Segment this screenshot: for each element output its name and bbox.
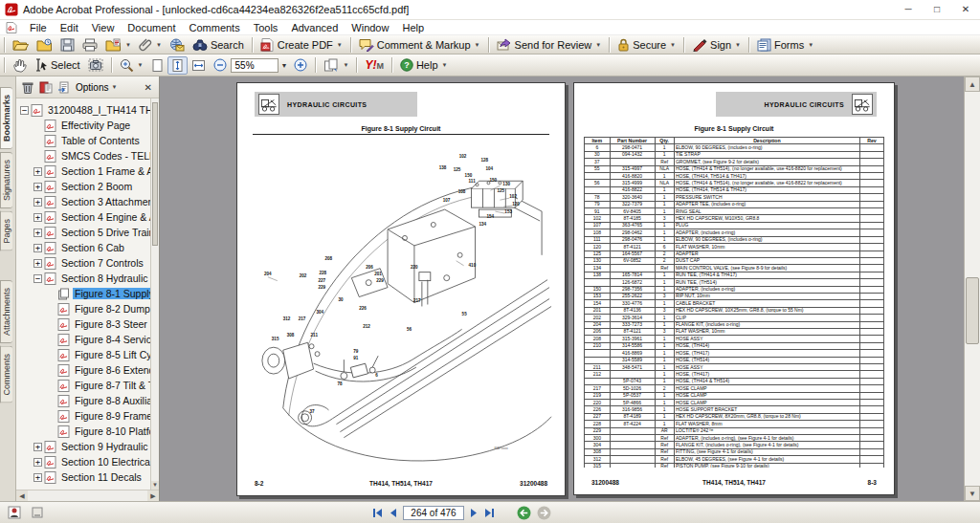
panel-vertical-scrollbar[interactable]: ▼ bbox=[150, 98, 159, 490]
attach-button[interactable]: ▼ bbox=[135, 36, 166, 54]
sign-button[interactable]: Sign▼ bbox=[688, 36, 745, 54]
menu-comments[interactable]: Comments bbox=[183, 22, 247, 33]
expand-icon[interactable]: + bbox=[33, 213, 42, 222]
bookmark-item[interactable]: Figure 8-6 Extend bbox=[18, 362, 159, 378]
bookmark-label[interactable]: Section 3 Attachmen bbox=[59, 196, 155, 207]
previous-view-button[interactable] bbox=[517, 506, 531, 520]
forms-button[interactable]: Forms▼ bbox=[753, 36, 817, 54]
fit-page-button[interactable] bbox=[167, 56, 188, 75]
expand-icon[interactable]: + bbox=[33, 183, 42, 191]
bookmark-item[interactable]: Figure 8-3 Steer S bbox=[18, 316, 159, 332]
minimize-button[interactable]: ─ bbox=[894, 0, 923, 19]
bookmark-item[interactable]: +Section 4 Engine & A bbox=[18, 209, 159, 225]
menu-document[interactable]: Document bbox=[121, 22, 182, 33]
bookmark-item[interactable]: +Section 9 Hydraulic bbox=[18, 439, 159, 454]
bookmark-item[interactable]: +Section 5 Drive Train bbox=[18, 225, 159, 240]
bookmark-label[interactable]: Section 9 Hydraulic bbox=[59, 441, 149, 452]
bookmark-label[interactable]: Figure 8-10 Platfo bbox=[73, 425, 156, 437]
page-display-button[interactable]: ▼ bbox=[320, 56, 352, 75]
bookmark-label[interactable]: Section 7 Controls bbox=[59, 257, 145, 269]
send-for-review-button[interactable]: Send for Review▼ bbox=[493, 36, 606, 54]
goto-bookmark-icon[interactable] bbox=[57, 81, 71, 94]
nav-tab-signatures[interactable]: Signatures bbox=[0, 152, 12, 208]
panel-scroll-left-arrow[interactable]: ◀ bbox=[16, 490, 28, 501]
bookmark-label[interactable]: Effectivity Page bbox=[59, 120, 132, 131]
maximize-button[interactable]: □ bbox=[923, 0, 951, 19]
page-layout-status-icon[interactable] bbox=[31, 506, 44, 519]
bookmark-label[interactable]: Table of Contents bbox=[59, 135, 142, 146]
bookmark-label[interactable]: Figure 8-7 Tilt & T bbox=[73, 380, 156, 391]
bookmark-item[interactable]: Effectivity Page bbox=[18, 118, 159, 133]
bookmark-item[interactable]: +Section 6 Cab bbox=[18, 240, 159, 255]
comment-markup-button[interactable]: Comment & Markup▼ bbox=[355, 36, 484, 54]
collapse-icon[interactable]: − bbox=[20, 106, 29, 115]
panel-horizontal-scrollbar[interactable]: ◀ ▶ bbox=[16, 490, 159, 501]
bookmark-label[interactable]: Figure 8-6 Extend bbox=[73, 364, 156, 376]
document-scrollbar-thumb[interactable] bbox=[966, 277, 979, 344]
bookmark-label[interactable]: SMCS Codes - TELE bbox=[59, 150, 158, 162]
bookmark-item[interactable]: Figure 8-10 Platfo bbox=[18, 424, 159, 439]
scroll-up-arrow[interactable]: ▲ bbox=[965, 76, 980, 92]
bookmark-item[interactable]: +Section 3 Attachmen bbox=[18, 194, 159, 209]
organizer-button[interactable] bbox=[33, 36, 56, 54]
collapse-icon[interactable]: − bbox=[33, 274, 42, 283]
menu-help[interactable]: Help bbox=[395, 22, 431, 33]
bookmark-label[interactable]: Figure 8-2 Dump bbox=[73, 303, 152, 315]
bookmark-label[interactable]: Section 10 Electrica bbox=[59, 456, 152, 468]
expand-icon[interactable]: + bbox=[33, 443, 42, 451]
bookmark-label[interactable]: Section 4 Engine & A bbox=[59, 211, 158, 223]
bookmark-item[interactable]: +Section 2 Boom bbox=[18, 179, 159, 194]
last-page-button[interactable] bbox=[484, 508, 496, 518]
fit-width-button[interactable] bbox=[188, 56, 210, 75]
menu-advanced[interactable]: Advanced bbox=[284, 22, 345, 33]
bookmark-label[interactable]: 31200488_I_TH414 TH5 bbox=[46, 104, 159, 116]
bookmark-item[interactable]: Figure 8-9 Frame bbox=[18, 408, 159, 424]
bookmark-item[interactable]: Figure 8-2 Dump bbox=[18, 301, 159, 316]
panel-scroll-down-arrow[interactable]: ▼ bbox=[151, 481, 159, 490]
bookmark-item[interactable]: −Section 8 Hydraulic bbox=[18, 271, 159, 286]
zoom-level-input[interactable]: 55% bbox=[231, 58, 278, 73]
security-status-icon[interactable] bbox=[8, 506, 21, 519]
previous-page-button[interactable] bbox=[389, 508, 397, 518]
bookmark-label[interactable]: Figure 8-4 Service bbox=[73, 334, 159, 345]
zoom-in-tool-button[interactable]: ▼ bbox=[116, 56, 147, 75]
hand-tool-button[interactable] bbox=[9, 55, 31, 75]
help-button[interactable]: ?Help▼ bbox=[396, 56, 452, 74]
options-menu-button[interactable]: Options▼ bbox=[76, 82, 117, 93]
menu-edit[interactable]: Edit bbox=[54, 22, 85, 33]
bookmark-item[interactable]: Table of Contents bbox=[18, 133, 159, 148]
bookmark-item[interactable]: +Section 7 Controls bbox=[18, 255, 159, 271]
menu-window[interactable]: Window bbox=[345, 22, 395, 33]
bookmark-item[interactable]: +Section 10 Electrica bbox=[18, 454, 159, 469]
save-button[interactable] bbox=[56, 36, 78, 54]
panel-scrollbar-thumb[interactable] bbox=[152, 102, 158, 246]
bookmark-item[interactable]: Figure 8-4 Service bbox=[18, 332, 159, 347]
next-page-button[interactable] bbox=[470, 508, 479, 518]
close-button[interactable]: ✕ bbox=[951, 0, 980, 19]
bookmark-item[interactable]: Figure 8-1 Supply bbox=[18, 286, 159, 301]
bookmark-label[interactable]: Section 2 Boom bbox=[59, 181, 134, 192]
bookmark-item[interactable]: Figure 8-7 Tilt & T bbox=[18, 378, 159, 393]
expand-icon[interactable]: + bbox=[33, 229, 42, 237]
bookmark-label[interactable]: Figure 8-9 Frame bbox=[73, 410, 154, 422]
expand-icon[interactable]: + bbox=[33, 198, 42, 207]
menu-file[interactable]: File bbox=[23, 22, 54, 33]
bookmark-item[interactable]: −31200488_I_TH414 TH5 bbox=[18, 102, 159, 118]
expand-icon[interactable]: + bbox=[33, 259, 42, 268]
nav-tab-comments[interactable]: Comments bbox=[0, 346, 12, 403]
menu-tools[interactable]: Tools bbox=[247, 22, 285, 33]
expand-icon[interactable]: + bbox=[33, 167, 42, 176]
bookmark-label[interactable]: Section 8 Hydraulic bbox=[59, 272, 149, 284]
bookmark-label[interactable]: Figure 8-3 Steer S bbox=[73, 318, 159, 330]
panel-close-button[interactable]: ✕ bbox=[143, 82, 154, 93]
bookmark-label[interactable]: Figure 8-8 Auxilia bbox=[73, 395, 154, 406]
search-button[interactable]: Search bbox=[189, 36, 248, 54]
bookmark-label[interactable]: Section 5 Drive Train bbox=[59, 227, 156, 238]
scroll-down-arrow[interactable]: ▼ bbox=[965, 486, 980, 501]
email-button[interactable] bbox=[166, 36, 189, 54]
select-tool-button[interactable]: Select bbox=[31, 56, 84, 74]
export-button[interactable]: ▼ bbox=[101, 36, 135, 54]
nav-tab-attachments[interactable]: Attachments bbox=[0, 280, 12, 343]
bookmark-label[interactable]: Figure 8-5 Lift Cyl bbox=[73, 349, 156, 360]
menu-view[interactable]: View bbox=[85, 22, 122, 33]
